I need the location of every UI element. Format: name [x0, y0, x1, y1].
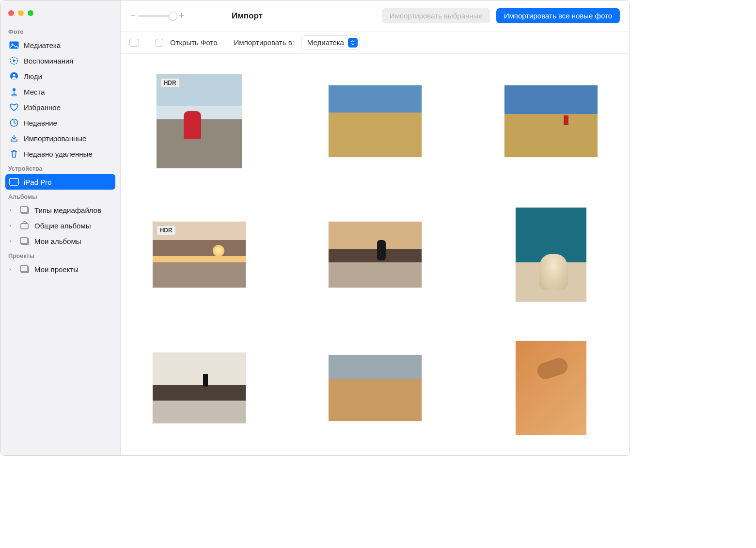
sidebar-item-label: Недавно удаленные: [24, 150, 93, 158]
import-all-button[interactable]: Импортировать все новые фото: [496, 8, 620, 23]
window-controls: [5, 7, 115, 25]
chevron-right-icon: ›: [9, 207, 14, 213]
chevron-down-icon: [348, 38, 358, 48]
places-icon: [9, 87, 19, 97]
photo-grid: HDR HDR: [121, 54, 630, 455]
sidebar-item-label: Общие альбомы: [34, 222, 91, 230]
chevron-right-icon: ›: [9, 238, 14, 244]
sidebar-item-memories[interactable]: Воспоминания: [5, 53, 115, 68]
memories-icon: [9, 56, 19, 65]
sidebar-item-label: Импортированные: [24, 134, 86, 143]
sidebar-item-device-ipad[interactable]: iPad Pro: [5, 174, 115, 190]
photo-thumbnail[interactable]: [329, 355, 422, 421]
sidebar-section-albums: Альбомы: [5, 190, 115, 202]
sidebar-item-people[interactable]: Люди: [5, 68, 115, 84]
sidebar: Фото Медиатека Воспоминания Люди Места: [0, 0, 121, 455]
import-icon: [9, 133, 19, 143]
zoom-in-button[interactable]: +: [179, 11, 185, 21]
sidebar-section-photos: Фото: [5, 25, 115, 37]
zoom-control: − +: [130, 11, 184, 21]
import-selected-button[interactable]: Импортировать выбранные: [382, 8, 490, 23]
zoom-out-button[interactable]: −: [130, 11, 136, 21]
photo-thumbnail[interactable]: [504, 85, 598, 157]
sidebar-item-media-types[interactable]: › Типы медиафайлов: [5, 202, 115, 218]
sidebar-item-label: Места: [24, 88, 45, 96]
open-photos-label: Открыть Фото: [170, 38, 218, 47]
photo-thumbnail[interactable]: [329, 85, 422, 157]
sidebar-item-recent[interactable]: Недавние: [5, 115, 115, 130]
shared-album-icon: [20, 221, 30, 230]
import-options-bar: Открыть Фото Импортировать в: Медиатека: [121, 32, 630, 54]
photo-thumbnail[interactable]: [516, 341, 586, 435]
sidebar-section-projects: Проекты: [5, 249, 115, 261]
sidebar-section-devices: Устройства: [5, 161, 115, 174]
heart-icon: [9, 102, 19, 112]
sidebar-item-label: Мои проекты: [34, 265, 79, 274]
people-icon: [9, 71, 19, 81]
hdr-badge: HDR: [157, 226, 176, 235]
svg-marker-3: [13, 59, 16, 62]
svg-rect-12: [20, 207, 28, 212]
photo-thumbnail[interactable]: [153, 353, 246, 423]
sidebar-item-imported[interactable]: Импортированные: [5, 130, 115, 146]
album-icon: [20, 264, 30, 274]
close-window-button[interactable]: [8, 10, 14, 16]
sidebar-item-recently-deleted[interactable]: Недавно удаленные: [5, 146, 115, 161]
select-all-checkbox[interactable]: [129, 39, 139, 47]
minimize-window-button[interactable]: [18, 10, 24, 16]
sidebar-item-label: Типы медиафайлов: [34, 206, 101, 214]
ipad-icon: [9, 177, 19, 187]
sidebar-item-my-albums[interactable]: › Мои альбомы: [5, 233, 115, 249]
photo-thumbnail[interactable]: HDR: [153, 222, 246, 288]
sidebar-item-shared-albums[interactable]: › Общие альбомы: [5, 218, 115, 233]
page-title: Импорт: [232, 11, 263, 21]
sidebar-item-my-projects[interactable]: › Мои проекты: [5, 261, 115, 277]
sidebar-item-label: Недавние: [24, 119, 57, 127]
sidebar-item-label: Медиатека: [24, 41, 61, 49]
photo-thumbnail[interactable]: [329, 222, 422, 288]
chevron-right-icon: ›: [9, 222, 14, 229]
svg-rect-17: [20, 266, 28, 272]
clock-icon: [9, 118, 19, 128]
hdr-badge: HDR: [160, 78, 180, 88]
photo-thumbnail[interactable]: HDR: [157, 74, 242, 168]
sidebar-item-library[interactable]: Медиатека: [5, 37, 115, 53]
sidebar-item-places[interactable]: Места: [5, 84, 115, 99]
sidebar-item-label: Воспоминания: [24, 57, 73, 65]
toolbar: − + Импорт Импортировать выбранные Импор…: [121, 0, 630, 32]
main-content: − + Импорт Импортировать выбранные Импор…: [121, 0, 630, 455]
sidebar-item-label: Избранное: [24, 103, 61, 112]
album-icon: [20, 236, 30, 246]
import-to-dropdown[interactable]: Медиатека: [301, 35, 360, 50]
sidebar-item-label: Люди: [24, 72, 42, 81]
open-photos-checkbox[interactable]: [156, 39, 163, 47]
sidebar-item-label: Мои альбомы: [34, 237, 81, 245]
svg-rect-13: [21, 224, 28, 229]
zoom-slider[interactable]: [139, 15, 176, 17]
photo-thumbnail[interactable]: [516, 208, 586, 302]
svg-point-6: [13, 88, 16, 91]
sidebar-item-label: iPad Pro: [24, 178, 52, 186]
album-icon: [20, 205, 30, 215]
svg-rect-10: [10, 178, 18, 185]
svg-point-5: [13, 74, 15, 76]
fullscreen-window-button[interactable]: [28, 10, 33, 16]
zoom-slider-knob[interactable]: [169, 12, 177, 20]
library-icon: [9, 40, 19, 50]
chevron-right-icon: ›: [9, 266, 14, 273]
svg-rect-15: [20, 238, 28, 243]
svg-rect-0: [10, 42, 19, 49]
sidebar-item-favorites[interactable]: Избранное: [5, 99, 115, 115]
import-to-value: Медиатека: [307, 38, 344, 47]
import-to-label: Импортировать в:: [234, 38, 294, 47]
trash-icon: [9, 149, 19, 159]
app-window: Фото Медиатека Воспоминания Люди Места: [0, 0, 630, 456]
